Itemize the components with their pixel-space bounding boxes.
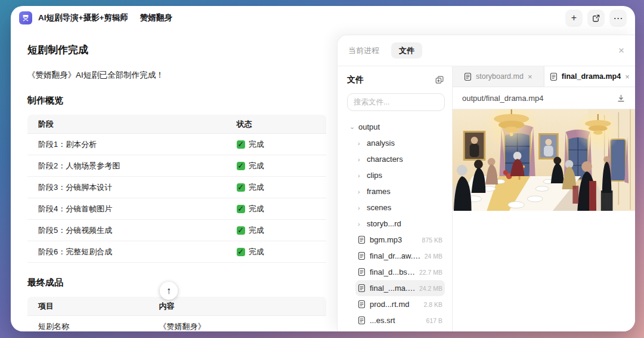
file-name: output xyxy=(358,122,442,131)
status-text: 完成 xyxy=(249,139,264,150)
status-cell: ✓完成 xyxy=(237,225,326,236)
chevron-right-icon: › xyxy=(358,188,367,195)
tree-folder-scenes[interactable]: ›scenes xyxy=(355,199,445,216)
file-icon xyxy=(358,268,366,276)
status-cell: ✓完成 xyxy=(237,182,326,193)
chevron-right-icon: › xyxy=(358,172,367,179)
file-size: 875 KB xyxy=(422,236,442,244)
tree-folder-clips[interactable]: ›clips xyxy=(355,167,445,183)
chevron-down-icon: ⌄ xyxy=(349,123,358,131)
table-row[interactable]: 阶段3：分镜脚本设计✓完成 xyxy=(27,177,326,198)
intro-text: 《赞婿翻身》AI短剧已全部制作完成！ xyxy=(27,70,326,81)
tree-folder-characters[interactable]: ›characters xyxy=(355,151,445,167)
tree-file-bgm.mp3[interactable]: bgm.mp3875 KB xyxy=(355,232,445,248)
chevron-right-icon: › xyxy=(358,140,367,147)
download-icon[interactable] xyxy=(617,94,626,103)
tree-file-...es.srt[interactable]: ...es.srt617 B xyxy=(355,312,445,328)
panel-tab-当前进程[interactable]: 当前进程 xyxy=(348,46,379,55)
file-path-row: output/final_drama.mp4 xyxy=(453,87,635,109)
table-row[interactable]: 阶段1：剧本分析✓完成 xyxy=(27,134,326,155)
status-cell: ✓完成 xyxy=(237,161,326,171)
preview-tab-bar: storyboard.md×final_drama.mp4× xyxy=(453,66,635,87)
table-row[interactable]: 阶段4：分镜首帧图片✓完成 xyxy=(27,198,326,220)
status-text: 完成 xyxy=(249,182,264,193)
file-size: 617 B xyxy=(426,317,442,324)
tree-folder-analysis[interactable]: ›analysis xyxy=(355,135,445,151)
search-input[interactable] xyxy=(347,93,445,111)
preview-tab-storyboard.md[interactable]: storyboard.md× xyxy=(453,66,544,87)
column-header: 项目 xyxy=(27,301,159,312)
file-name: ...es.srt xyxy=(370,316,423,325)
overview-heading: 制作概览 xyxy=(27,95,326,106)
file-icon xyxy=(358,284,366,293)
stage-cell: 阶段5：分镜视频生成 xyxy=(27,225,237,236)
side-panel: 当前进程文件 × 文件 ⌄output›anal xyxy=(337,35,635,331)
file-name: clips xyxy=(367,171,442,180)
close-icon[interactable]: × xyxy=(625,72,630,81)
overview-table: 阶段 状态 阶段1：剧本分析✓完成阶段2：人物场景参考图✓完成阶段3：分镜脚本设… xyxy=(27,115,326,263)
file-name: final_d...bs.mp4 xyxy=(370,268,416,276)
page-title: 短剧制作完成 xyxy=(27,43,326,57)
file-name: prod...rt.md xyxy=(370,300,420,309)
file-tree: ⌄output›analysis›characters›clips›frames… xyxy=(347,119,445,328)
file-name: analysis xyxy=(367,139,442,148)
file-icon xyxy=(464,72,472,81)
chevron-right-icon: › xyxy=(358,204,367,211)
file-size: 24 MB xyxy=(425,253,442,260)
column-header: 阶段 xyxy=(27,119,237,130)
file-name: characters xyxy=(367,155,442,164)
file-size: 24.2 MB xyxy=(419,285,442,292)
video-preview[interactable] xyxy=(453,109,635,211)
panel-tab-文件[interactable]: 文件 xyxy=(391,42,422,59)
check-icon: ✓ xyxy=(237,140,245,149)
chevron-right-icon: › xyxy=(358,156,367,163)
preview-tab-final-drama.mp4[interactable]: final_drama.mp4× xyxy=(544,66,636,87)
file-name: frames xyxy=(367,187,442,196)
final-table: 项目 内容 短剧名称《赞婿翻身》 xyxy=(27,297,326,331)
check-icon: ✓ xyxy=(237,248,245,256)
director-chair-icon xyxy=(19,11,32,24)
table-row[interactable]: 短剧名称《赞婿翻身》 xyxy=(27,316,326,331)
close-icon[interactable]: × xyxy=(618,45,624,56)
close-icon[interactable]: × xyxy=(528,72,532,81)
item-cell: 短剧名称 xyxy=(27,321,159,332)
download-all-icon[interactable] xyxy=(435,75,445,85)
status-text: 完成 xyxy=(249,247,264,257)
status-text: 完成 xyxy=(249,225,264,236)
status-cell: ✓完成 xyxy=(237,139,326,150)
tree-folder-output[interactable]: ⌄output xyxy=(347,119,445,135)
table-row[interactable]: 阶段5：分镜视频生成✓完成 xyxy=(27,220,326,241)
table-row[interactable]: 阶段2：人物场景参考图✓完成 xyxy=(27,155,326,177)
check-icon: ✓ xyxy=(237,162,245,170)
table-row[interactable]: 阶段6：完整短剧合成✓完成 xyxy=(27,241,326,263)
preview-tab-label: storyboard.md xyxy=(476,72,524,81)
share-icon[interactable] xyxy=(587,10,605,27)
tree-file-final-dr...aw.mp4[interactable]: final_dr...aw.mp424 MB xyxy=(355,248,445,264)
tree-file-final-d...bs.mp4[interactable]: final_d...bs.mp422.7 MB xyxy=(355,264,445,280)
tree-file-final-...ma.mp4[interactable]: final_...ma.mp424.2 MB xyxy=(355,280,445,296)
file-name: final_dr...aw.mp4 xyxy=(370,251,421,260)
file-name: storyb...rd xyxy=(367,219,442,228)
new-task-button[interactable]: + xyxy=(565,10,583,27)
panel-header: 当前进程文件 × xyxy=(338,35,635,66)
tree-folder-storyb...rd[interactable]: ›storyb...rd xyxy=(355,216,445,232)
file-icon xyxy=(358,300,366,309)
tree-file-prod...rt.md[interactable]: prod...rt.md2.8 KB xyxy=(355,296,445,312)
status-text: 完成 xyxy=(249,161,264,171)
more-options-button[interactable]: ⋯ xyxy=(609,10,627,27)
file-size: 22.7 MB xyxy=(419,269,442,276)
check-icon: ✓ xyxy=(237,226,245,235)
tree-folder-frames[interactable]: ›frames xyxy=(355,183,445,199)
overview-table-header: 阶段 状态 xyxy=(27,115,326,134)
check-icon: ✓ xyxy=(237,183,245,192)
file-icon xyxy=(358,251,366,260)
stage-cell: 阶段2：人物场景参考图 xyxy=(27,161,237,171)
app-title: AI短剧导演+摄影+剪辑师 xyxy=(38,13,128,23)
column-header: 内容 xyxy=(159,301,326,312)
session-title: 赞婿翻身 xyxy=(140,13,172,23)
file-browser: 文件 ⌄output›analysis›characters›clips›fra… xyxy=(338,66,453,331)
content-cell: 《赞婿翻身》 xyxy=(159,321,326,332)
status-text: 完成 xyxy=(249,204,264,214)
status-cell: ✓完成 xyxy=(237,204,326,214)
column-header: 状态 xyxy=(237,119,326,130)
